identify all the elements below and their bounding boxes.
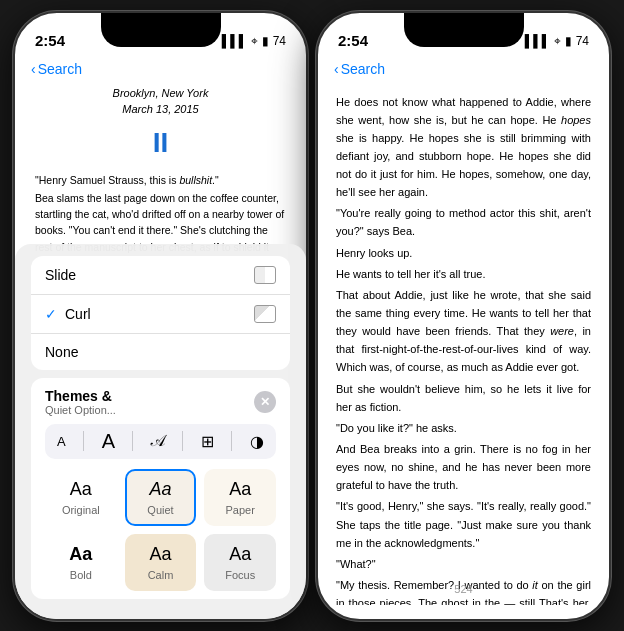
theme-original[interactable]: Aa Original: [45, 469, 117, 526]
chevron-left-icon: ‹: [31, 61, 36, 77]
theme-focus-label: Focus: [225, 569, 255, 581]
theme-focus[interactable]: Aa Focus: [204, 534, 276, 591]
signal-icon-left: ▌▌▌: [222, 34, 248, 48]
curl-label: Curl: [65, 306, 91, 322]
curl-option[interactable]: ✓ Curl: [31, 295, 290, 334]
divider-1: [83, 431, 84, 451]
theme-calm-label: Calm: [148, 569, 174, 581]
nav-bar-right: ‹ Search: [318, 57, 609, 85]
nav-bar-left: ‹ Search: [15, 57, 306, 85]
themes-header: Themes & Quiet Option... ✕: [45, 388, 276, 416]
left-phone: 2:54 ▌▌▌ ⌖ ▮ 74 ‹ Search Brooklyn, New Y…: [13, 11, 308, 621]
themes-subtitle: Quiet Option...: [45, 404, 116, 416]
book-location: Brooklyn, New York March 13, 2015: [35, 85, 286, 118]
bottom-panel: Slide ✓ Curl None: [15, 244, 306, 619]
theme-toggle-icon[interactable]: ◑: [250, 432, 264, 451]
none-option[interactable]: None: [31, 334, 290, 370]
animation-options: Slide ✓ Curl None: [31, 256, 290, 370]
back-label-left: Search: [38, 61, 82, 77]
wifi-icon-left: ⌖: [251, 34, 258, 48]
themes-title: Themes &: [45, 388, 116, 404]
battery-icon-left: ▮ 74: [262, 34, 286, 48]
notch: [101, 13, 221, 47]
page-number: 524: [454, 583, 472, 595]
font-style-icon[interactable]: 𝒜: [151, 432, 165, 450]
book-chapter: II: [35, 122, 286, 164]
divider-4: [231, 431, 232, 451]
theme-cards: Aa Original Aa Quiet Aa Paper Aa: [45, 469, 276, 591]
theme-quiet-sample: Aa: [149, 479, 171, 500]
battery-icon-right: ▮ 74: [565, 34, 589, 48]
back-button-left[interactable]: ‹ Search: [31, 61, 82, 77]
left-phone-inner: 2:54 ▌▌▌ ⌖ ▮ 74 ‹ Search Brooklyn, New Y…: [15, 13, 306, 619]
time-right: 2:54: [338, 32, 368, 49]
none-label: None: [45, 344, 78, 360]
close-button[interactable]: ✕: [254, 391, 276, 413]
theme-focus-sample: Aa: [229, 544, 251, 565]
layout-icon[interactable]: ⊞: [201, 432, 214, 451]
reading-content: He does not know what happened to Addie,…: [318, 85, 609, 605]
theme-bold[interactable]: Aa Bold: [45, 534, 117, 591]
checkmark-icon: ✓: [45, 306, 57, 322]
theme-bold-label: Bold: [70, 569, 92, 581]
signal-icon-right: ▌▌▌: [525, 34, 551, 48]
theme-paper-label: Paper: [225, 504, 254, 516]
theme-calm-sample: Aa: [149, 544, 171, 565]
time-left: 2:54: [35, 32, 65, 49]
back-label-right: Search: [341, 61, 385, 77]
font-size-row: A A 𝒜 ⊞ ◑: [45, 424, 276, 459]
chevron-left-icon-right: ‹: [334, 61, 339, 77]
large-a-label[interactable]: A: [102, 430, 115, 453]
right-phone: 2:54 ▌▌▌ ⌖ ▮ 74 ‹ Search He does not kno…: [316, 11, 611, 621]
theme-calm[interactable]: Aa Calm: [125, 534, 197, 591]
slide-icon: [254, 266, 276, 284]
status-icons-right: ▌▌▌ ⌖ ▮ 74: [525, 34, 589, 48]
wifi-icon-right: ⌖: [554, 34, 561, 48]
small-a-label[interactable]: A: [57, 434, 66, 449]
back-button-right[interactable]: ‹ Search: [334, 61, 385, 77]
theme-quiet[interactable]: Aa Quiet: [125, 469, 197, 526]
divider-2: [132, 431, 133, 451]
theme-bold-sample: Aa: [69, 544, 92, 565]
app-container: 2:54 ▌▌▌ ⌖ ▮ 74 ‹ Search Brooklyn, New Y…: [13, 11, 611, 621]
theme-original-sample: Aa: [70, 479, 92, 500]
theme-paper-sample: Aa: [229, 479, 251, 500]
slide-option[interactable]: Slide: [31, 256, 290, 295]
status-icons-left: ▌▌▌ ⌖ ▮ 74: [222, 34, 286, 48]
slide-label: Slide: [45, 267, 76, 283]
curl-icon: [254, 305, 276, 323]
theme-quiet-label: Quiet: [147, 504, 173, 516]
notch-right: [404, 13, 524, 47]
right-phone-inner: 2:54 ▌▌▌ ⌖ ▮ 74 ‹ Search He does not kno…: [318, 13, 609, 619]
themes-section: Themes & Quiet Option... ✕ A A 𝒜 ⊞: [31, 378, 290, 599]
theme-paper[interactable]: Aa Paper: [204, 469, 276, 526]
divider-3: [182, 431, 183, 451]
theme-original-label: Original: [62, 504, 100, 516]
